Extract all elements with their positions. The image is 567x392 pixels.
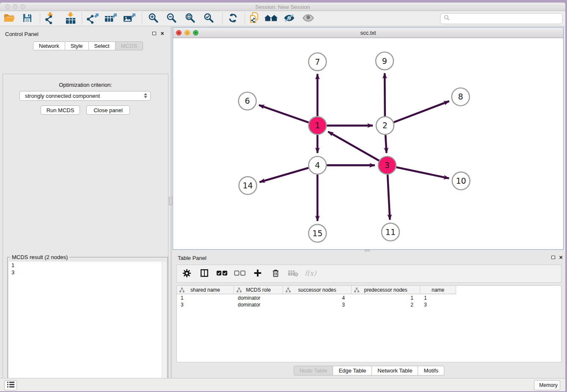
network-graph[interactable]: 7968124314101511	[173, 38, 563, 249]
unselect-all-columns-button[interactable]	[234, 268, 245, 280]
graph-node-3[interactable]: 3	[378, 156, 396, 174]
import-table-button[interactable]	[63, 12, 78, 25]
graph-edge-3-1[interactable]	[328, 132, 379, 161]
main-titlebar: Session: New Session	[0, 3, 565, 11]
list-icon	[6, 381, 15, 389]
table-tab-edge-table[interactable]: Edge Table	[333, 366, 372, 375]
zoom-fit-button[interactable]	[182, 12, 198, 25]
graph-edge-3-10[interactable]	[396, 167, 449, 178]
float-panel-icon[interactable]	[151, 31, 157, 36]
graph-node-8[interactable]: 8	[452, 88, 470, 106]
column-header-successor-nodes[interactable]: successor nodes	[283, 286, 352, 294]
select-all-columns-button[interactable]	[217, 268, 228, 280]
column-header-shared-name[interactable]: shared name	[177, 286, 234, 294]
toolbar-separator	[142, 13, 142, 25]
table-cell: 1	[352, 295, 420, 301]
graph-edge-2-8[interactable]	[394, 101, 449, 122]
search-input[interactable]	[452, 16, 562, 22]
table-row[interactable]: 1dominator411	[177, 295, 456, 301]
table-close-icon[interactable]: ×	[558, 255, 564, 260]
tab-mcds[interactable]: MCDS	[116, 41, 143, 50]
graph-node-9[interactable]: 9	[376, 52, 394, 70]
main-toolbar	[0, 11, 565, 26]
table-row[interactable]: 3dominator323	[177, 301, 456, 308]
table-tab-network-table[interactable]: Network Table	[372, 366, 418, 375]
column-header-predecessor-nodes[interactable]: predecessor nodes	[352, 286, 420, 294]
memory-button[interactable]: Memory	[534, 380, 560, 390]
fx-icon: f(x)	[304, 269, 318, 279]
zoom-fit-icon	[184, 12, 196, 25]
graph-node-7[interactable]: 7	[308, 53, 326, 71]
column-header-MCDS-role[interactable]: MCDS role	[234, 286, 283, 294]
table-cell: 3	[420, 301, 456, 308]
result-scrollbar[interactable]	[162, 262, 166, 391]
graph-edge-3-11[interactable]	[388, 174, 390, 220]
import-network-button[interactable]	[42, 12, 58, 25]
export-network-icon	[86, 12, 99, 25]
uncheck-pair-icon	[234, 270, 246, 278]
export-table-icon	[104, 12, 117, 25]
zoom-in-icon	[148, 12, 159, 25]
mcds-result-area[interactable]: 13	[9, 262, 166, 391]
table-cell: 1	[420, 295, 456, 301]
search-box[interactable]	[440, 13, 563, 24]
table-tab-motifs[interactable]: Motifs	[418, 366, 444, 375]
table-cell: 3	[177, 301, 234, 308]
graph-node-4[interactable]: 4	[308, 156, 326, 174]
graph-node-6[interactable]: 6	[239, 92, 256, 110]
delete-column-button[interactable]	[270, 268, 281, 280]
close-panel-button[interactable]: Close panel	[86, 105, 130, 115]
table-x-icon	[288, 269, 299, 279]
export-table-button[interactable]	[103, 12, 118, 25]
eye-slash-icon	[283, 13, 295, 24]
vertical-splitter-handle[interactable]	[169, 197, 172, 205]
graph-node-10[interactable]: 10	[452, 172, 470, 190]
export-network-button[interactable]	[85, 12, 100, 25]
graph-edge-2-9[interactable]	[385, 73, 385, 116]
graph-node-11[interactable]: 11	[382, 223, 399, 241]
create-column-button[interactable]	[252, 268, 263, 280]
table-tab-node-table[interactable]: Node Table	[294, 366, 333, 375]
column-settings-button[interactable]	[181, 268, 192, 280]
zoom-out-button[interactable]	[164, 12, 179, 25]
export-image-button[interactable]	[121, 12, 137, 25]
network-canvas[interactable]: 7968124314101511	[173, 38, 563, 249]
status-bar: Memory	[0, 378, 565, 391]
tab-select[interactable]: Select	[89, 41, 116, 50]
desktop: Session: New Session Control Panel × Net…	[0, 0, 567, 392]
table-float-icon[interactable]	[550, 255, 556, 260]
zoom-in-button[interactable]	[146, 12, 161, 25]
clone-network-button[interactable]	[246, 12, 261, 25]
tab-style[interactable]: Style	[65, 41, 89, 50]
task-history-button[interactable]	[4, 380, 17, 390]
node-table[interactable]: shared nameMCDS rolesuccessor nodesprede…	[176, 285, 561, 362]
table-cell: dominator	[234, 295, 283, 301]
show-all-button[interactable]	[300, 12, 316, 25]
home-button[interactable]	[263, 12, 278, 25]
mcds-panel: Optimization criterion: strongly connect…	[3, 74, 168, 391]
graph-node-15[interactable]: 15	[308, 224, 326, 242]
run-mcds-button[interactable]: Run MCDS	[41, 105, 80, 115]
graph-node-label: 8	[458, 92, 463, 101]
hide-selected-button[interactable]	[281, 12, 297, 25]
tab-network[interactable]: Network	[33, 41, 65, 50]
open-session-button[interactable]	[2, 12, 17, 25]
table-cell: 1	[177, 295, 234, 301]
graph-node-1[interactable]: 1	[308, 117, 326, 135]
graph-edge-4-14[interactable]	[259, 168, 308, 182]
graph-node-14[interactable]: 14	[239, 177, 257, 194]
graph-edge-2-3[interactable]	[385, 135, 386, 153]
column-header-name[interactable]: name	[420, 286, 456, 294]
close-panel-icon[interactable]: ×	[160, 31, 165, 36]
apply-layout-button[interactable]	[225, 12, 240, 25]
graph-edge-1-6[interactable]	[259, 105, 309, 122]
table-cell: 4	[283, 295, 352, 301]
criterion-select[interactable]: strongly connected component	[19, 91, 151, 101]
graph-node-2[interactable]: 2	[376, 117, 394, 135]
zoom-selected-button[interactable]	[201, 12, 216, 25]
toolbar-separator	[222, 13, 223, 25]
trash-icon	[271, 269, 280, 279]
mcds-result-line: 1	[9, 262, 166, 269]
show-column-panel-button[interactable]	[199, 268, 210, 280]
save-session-button[interactable]	[19, 12, 35, 25]
